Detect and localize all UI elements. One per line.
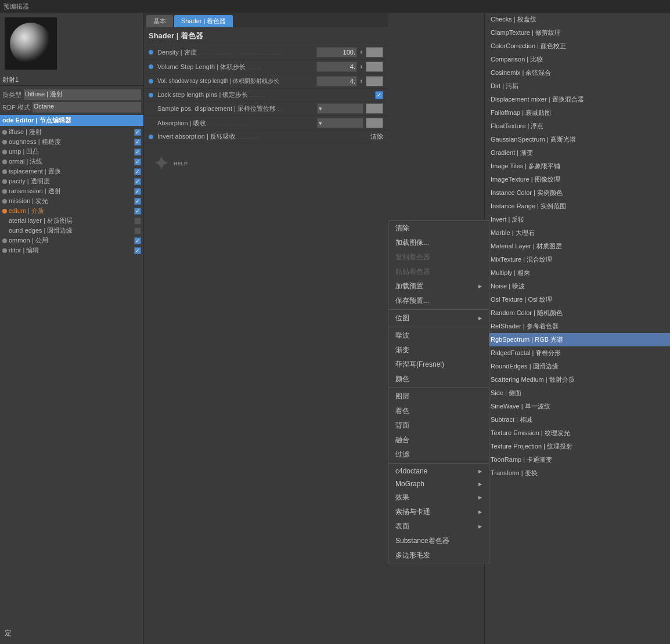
sample-pos-swatch[interactable] — [366, 103, 383, 114]
right-menu-item-9[interactable]: GaussianSpectrum | 高斯光谱 — [485, 133, 670, 146]
radio-invert-absorption[interactable] — [149, 135, 153, 139]
radio-volume-step[interactable] — [149, 64, 153, 69]
right-menu-item-12[interactable]: ImageTexture | 图像纹理 — [485, 173, 670, 186]
property-label-7: mission | 发光 — [9, 197, 133, 205]
left-menu-item-7[interactable]: 位图 — [388, 311, 489, 325]
right-menu-item-30[interactable]: Subtract | 相减 — [485, 413, 670, 426]
right-menu-item-6[interactable]: Displacement mixer | 置换混合器 — [485, 93, 670, 106]
tab-shader[interactable]: Shader | 着色器 — [174, 15, 233, 27]
right-menu-item-7[interactable]: Falloffmap | 衰减贴图 — [485, 106, 670, 120]
clear-button[interactable]: 清除 — [370, 132, 383, 141]
left-menu-item-17[interactable]: 融合 — [388, 433, 489, 447]
left-menu-item-24[interactable]: 表面 — [388, 519, 489, 534]
tab-basic[interactable]: 基本 — [146, 15, 173, 27]
right-menu-item-29[interactable]: SineWave | 单一波纹 — [485, 400, 670, 413]
vol-shadow-value[interactable]: 4. — [316, 76, 357, 86]
property-checkbox-7[interactable]: ✓ — [134, 198, 141, 205]
right-menu-item-14[interactable]: Instance Range | 实例范围 — [485, 200, 670, 213]
radio-lock-step[interactable] — [149, 93, 153, 97]
density-value[interactable]: 100. — [316, 47, 357, 57]
left-menu-item-4[interactable]: 加载预置 — [388, 279, 489, 294]
sample-pos-dropdown[interactable]: ▾ — [317, 103, 363, 114]
right-menu-item-10[interactable]: Gradient | 渐变 — [485, 146, 670, 160]
property-checkbox-4[interactable]: ✓ — [134, 168, 141, 175]
property-checkbox-6[interactable]: ✓ — [134, 188, 141, 195]
property-checkbox-0[interactable]: ✓ — [134, 129, 141, 136]
property-checkbox-11[interactable]: ✓ — [134, 237, 141, 244]
property-checkbox-5[interactable]: ✓ — [134, 178, 141, 185]
density-swatch[interactable] — [366, 47, 383, 57]
right-menu-item-16[interactable]: Marble | 大理石 — [485, 226, 670, 240]
right-menu-item-8[interactable]: FloatTexture | 浮点 — [485, 120, 670, 133]
right-menu-item-28[interactable]: Side | 侧面 — [485, 386, 670, 400]
property-label-11: ommon | 公用 — [9, 236, 133, 245]
left-menu-item-23[interactable]: 索描与卡通 — [388, 505, 489, 519]
left-menu-item-9[interactable]: 噪波 — [388, 328, 489, 343]
left-properties-list: iffuse | 漫射✓oughness | 粗糙度✓ump | 凹凸✓orma… — [0, 127, 143, 255]
right-menu-item-22[interactable]: Random Color | 随机颜色 — [485, 306, 670, 320]
right-menu-item-17[interactable]: Material Layer | 材质图层 — [485, 240, 670, 253]
radio-vol-shadow[interactable] — [149, 79, 153, 84]
left-menu-item-10[interactable]: 渐变 — [388, 343, 489, 357]
right-menu-item-20[interactable]: Noise | 噪波 — [485, 280, 670, 293]
left-context-menu: 清除加载图像...复制着色器粘贴着色器加载预置保存预置...位图噪波渐变菲涅耳(… — [388, 220, 489, 563]
lock-step-checkbox[interactable]: ✓ — [375, 91, 383, 99]
right-menu-item-21[interactable]: Osl Texture | Osl 纹理 — [485, 293, 670, 306]
left-menu-item-21[interactable]: MoGraph — [388, 477, 489, 490]
left-menu-item-1[interactable]: 加载图像... — [388, 236, 489, 250]
property-checkbox-8[interactable]: ✓ — [134, 208, 141, 215]
absorption-swatch[interactable] — [366, 118, 383, 128]
right-menu-item-27[interactable]: Scattering Medium | 散射介质 — [485, 373, 670, 386]
right-menu-item-19[interactable]: Multiply | 相乘 — [485, 266, 670, 280]
radio-density[interactable] — [149, 50, 153, 55]
brdf-dropdown[interactable]: Octane — [33, 102, 141, 113]
absorption-dropdown[interactable]: ▾ — [317, 118, 363, 128]
right-menu-item-3[interactable]: Comparison | 比较 — [485, 53, 670, 66]
left-menu-item-25[interactable]: Substance着色器 — [388, 534, 489, 548]
right-menu-item-33[interactable]: ToonRamp | 卡通渐变 — [485, 453, 670, 466]
volume-step-swatch[interactable] — [366, 61, 383, 72]
vol-shadow-swatch[interactable] — [366, 76, 383, 86]
left-menu-item-22[interactable]: 效果 — [388, 490, 489, 505]
property-checkbox-3[interactable]: ✓ — [134, 158, 141, 165]
confirm-area: 定 — [5, 628, 12, 638]
right-menu-item-26[interactable]: RoundEdges | 圆滑边缘 — [485, 360, 670, 373]
left-menu-item-18[interactable]: 过滤 — [388, 447, 489, 462]
left-menu-item-15[interactable]: 着色 — [388, 404, 489, 418]
right-menu-item-13[interactable]: Instance Color | 实例颜色 — [485, 186, 670, 200]
material-type-dropdown[interactable]: Diffuse | 漫射 — [24, 89, 141, 100]
right-menu-item-1[interactable]: ClampTexture | 修剪纹理 — [485, 26, 670, 39]
left-menu-item-11[interactable]: 菲涅耳(Fresnel) — [388, 357, 489, 372]
shader-title: Shader | 着色器 — [144, 27, 388, 45]
right-menu-item-15[interactable]: Invert | 反转 — [485, 213, 670, 226]
property-label-2: ump | 凹凸 — [9, 147, 133, 156]
left-menu-item-16[interactable]: 背面 — [388, 418, 489, 433]
right-menu-item-0[interactable]: Checks | 枚盘纹 — [485, 13, 670, 26]
right-menu-item-5[interactable]: Dirt | 污垢 — [485, 79, 670, 93]
right-menu-item-32[interactable]: Texture Projection | 纹理投射 — [485, 440, 670, 453]
right-menu-item-25[interactable]: RidgedFractal | 脊椎分形 — [485, 346, 670, 360]
right-menu-item-18[interactable]: MixTexture | 混合纹理 — [485, 253, 670, 266]
left-menu-item-5[interactable]: 保存预置... — [388, 294, 489, 308]
right-menu-item-24[interactable]: RgbSpectrum | RGB 光谱 — [485, 333, 670, 346]
property-checkbox-12[interactable]: ✓ — [134, 247, 141, 254]
left-menu-item-12[interactable]: 颜色 — [388, 372, 489, 386]
property-checkbox-2[interactable]: ✓ — [134, 149, 141, 155]
right-menu-item-4[interactable]: Cosinemix | 余弦混合 — [485, 66, 670, 79]
left-menu-item-20[interactable]: c4doctane — [388, 465, 489, 477]
volume-step-value[interactable]: 4. — [316, 61, 357, 72]
left-menu-item-26[interactable]: 多边形毛发 — [388, 548, 489, 563]
left-menu-item-14[interactable]: 图层 — [388, 389, 489, 404]
right-menu-item-31[interactable]: Texture Emission | 纹理发光 — [485, 426, 670, 440]
property-checkbox-1[interactable]: ✓ — [134, 139, 141, 146]
right-menu-item-11[interactable]: Image Tiles | 多象限平铺 — [485, 160, 670, 173]
menu-separator-8 — [388, 327, 489, 327]
left-menu-item-0[interactable]: 清除 — [388, 221, 489, 236]
property-checkbox-empty-9[interactable] — [134, 218, 141, 225]
menu-separator-6 — [388, 309, 489, 310]
property-checkbox-empty-10[interactable] — [134, 227, 141, 234]
right-menu-item-34[interactable]: Transform | 变换 — [485, 466, 670, 480]
right-menu-item-23[interactable]: RefShader | 参考着色器 — [485, 320, 670, 333]
material-type-label: 质类型 — [2, 91, 21, 99]
right-menu-item-2[interactable]: ColorCorrection | 颜色校正 — [485, 39, 670, 53]
